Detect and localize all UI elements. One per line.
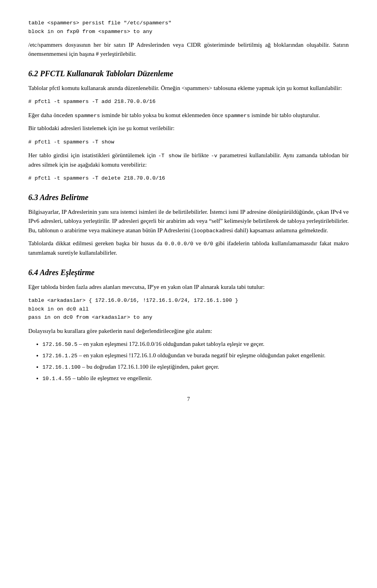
code-line1: table <arkadaslar> { 172.16.0.0/16, !172… [28,298,238,303]
section-6-3-p1-code: loopback [194,228,219,234]
bullet-code-0: 172.16.50.5 [42,342,77,347]
section-6-4-p2: Dolayısıyla bu kurallara göre paketlerin… [28,327,349,336]
list-item: 10.1.4.55 – tablo ile eşleşmez ve engell… [42,374,349,383]
section-6-2-code3: # pfctl -t spammers -T delete 218.70.0.0… [28,174,349,183]
section-6-2-p4: Her tablo girdisi için istatistikleri gö… [28,151,349,169]
section-6-2-p3-text: Bir tablodaki adresleri listelemek için … [28,125,174,131]
section-6-2-p2-part3: isminde bir tablo oluşturulur. [251,112,320,118]
code-line2: block in on dc0 all [28,306,89,312]
section-6-3-p1-end: adresi dahil) kapsaması anlamına gelmekt… [219,227,328,233]
section-6-4-p1-text: Eğer tabloda birden fazla adres alanları… [28,284,265,290]
code-line3: pass in on dc0 from <arkadaslar> to any [28,314,152,320]
section-6-2-p4-code2: -v [211,153,217,159]
bullets-list: 172.16.50.5 – en yakın eşleşmesi 172.16.… [42,340,349,383]
section-6-2-p4-part1: Her tablo girdisi için istatistikleri gö… [28,152,156,158]
bullet-code-1: 172.16.1.25 [42,353,77,359]
section-6-2-p2-part2: isminde bir tablo yoksa bu komut eklenme… [101,112,223,118]
section-6-2-p2: Eğer daha önceden spammers isminde bir t… [28,111,349,120]
section-6-4-p2-text: Dolayısıyla bu kurallara göre paketlerin… [28,328,212,334]
bullet-code-3: 10.1.4.55 [42,376,71,382]
section-6-2-p2-code1: spammers [75,113,100,119]
intro-paragraph: /etc/spammers dosyasının her bir satırı … [28,40,349,59]
section-6-3-p2-start: Tablolarda dikkat edilmesi gereken başka… [28,240,162,246]
list-item: 172.16.1.25 – en yakın eşleşmesi !172.16… [42,351,349,360]
section-6-2-p1-text: Tablolar pfctl komutu kullanarak anında … [28,85,342,91]
section-6-2-p3: Bir tablodaki adresleri listelemek için … [28,124,349,133]
section-6-3-p2: Tablolarda dikkat edilmesi gereken başka… [28,239,349,257]
section-6-4-p1: Eğer tabloda birden fazla adres alanları… [28,283,349,292]
section-6-4-title: 6.4 Adres Eşleştirme [28,266,349,279]
top-code-line2: block in on fxp0 from <spammers> to any [28,29,152,35]
list-item: 172.16.50.5 – en yakın eşleşmesi 172.16.… [42,340,349,349]
intro-text: /etc/spammers dosyasının her bir satırı … [28,42,349,57]
bullet-text-0: – en yakın eşleşmesi 172.16.0.0/16 olduğ… [77,341,264,347]
top-code-line1: table <spammers> persist file "/etc/spam… [28,20,172,26]
bullet-code-2: 172.16.1.100 [42,364,81,370]
bullet-text-1: – en yakın eşleşmesi !172.16.1.0 olduğun… [77,352,326,358]
section-6-4-code-block: table <arkadaslar> { 172.16.0.0/16, !172… [28,296,349,322]
section-6-2-p2-code2: spammers [225,113,250,119]
section-6-3-p2-code2: 0/0 [203,241,213,247]
section-6-2-p1: Tablolar pfctl komutu kullanarak anında … [28,84,349,93]
section-6-3-title: 6.3 Adres Belirtme [28,191,349,204]
section-6-3-p2-code1: 0.0.0.0/0 [165,241,193,247]
top-code-block: table <spammers> persist file "/etc/spam… [28,19,349,36]
section-6-3-p2-mid: ve [196,240,201,246]
section-6-2-title: 6.2 PFCTL Kullanarak Tabloları Düzenleme [28,68,349,80]
bullet-text-2: – bu doğrudan 172.16.1.100 ile eşleştiği… [81,364,219,370]
section-6-2-p4-code1: -T show [158,153,181,159]
section-6-2-p4-part2: ile birlikte [183,152,209,158]
page-number: 7 [28,395,349,404]
bullet-text-3: – tablo ile eşleşmez ve engellenir. [71,375,152,381]
list-item: 172.16.1.100 – bu doğrudan 172.16.1.100 … [42,362,349,372]
section-6-3-p1: Bilgisayarlar, IP Adreslerinin yanı sıra… [28,208,349,235]
section-6-2-code2: # pfctl -t spammers -T show [28,138,349,147]
section-6-2-code1: # pfctl -t spammers -T add 218.70.0.0/16 [28,97,349,106]
section-6-2-p2-part1: Eğer daha önceden [28,112,73,118]
